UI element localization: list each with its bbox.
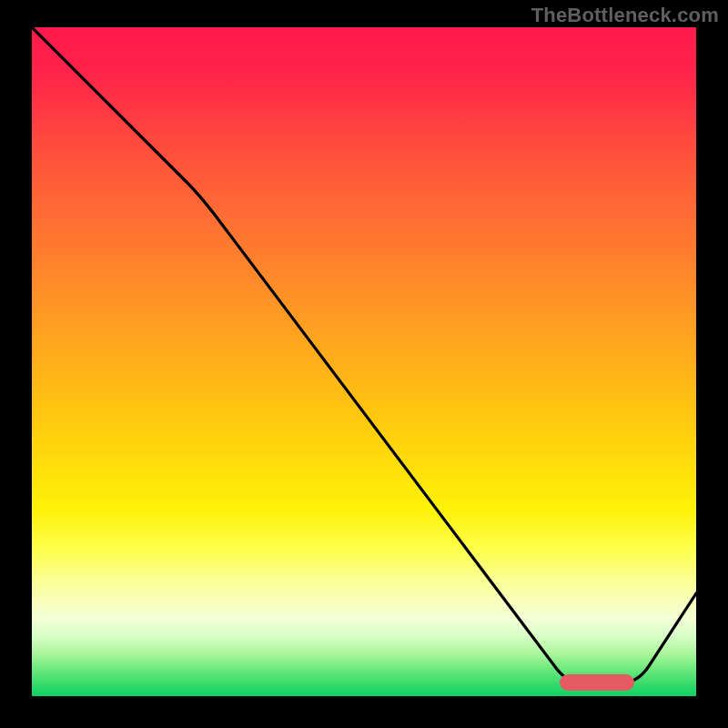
plot-area: [32, 27, 696, 696]
plot-svg: [32, 27, 696, 696]
chart-container: TheBottleneck.com: [0, 0, 728, 728]
watermark-text: TheBottleneck.com: [531, 4, 719, 27]
bottleneck-marker: [560, 674, 634, 691]
